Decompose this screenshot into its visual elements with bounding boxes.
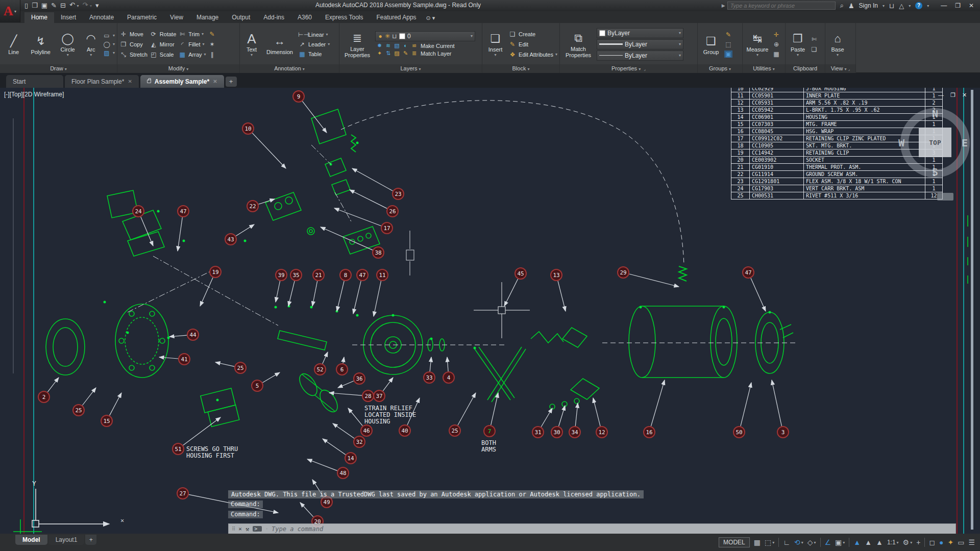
file-tab-assembly[interactable]: Assembly Sample*✕ (140, 75, 224, 88)
ungroup-button[interactable]: ✎ (724, 31, 732, 38)
hardware-accel-icon[interactable]: ✦ (947, 538, 953, 546)
measure-button[interactable]: ↹Measure▾ (745, 26, 770, 63)
trim-button[interactable]: ✄Trim▾ (178, 31, 206, 38)
file-tab-floor-plan[interactable]: Floor Plan Sample*✕ (65, 75, 139, 88)
minimize-button[interactable]: — (941, 2, 947, 9)
sign-in-caret-icon[interactable]: ▾ (883, 4, 885, 8)
plot-icon[interactable]: ⊟ (60, 1, 66, 11)
vp-restore-icon[interactable]: ❐ (950, 92, 955, 98)
explode-button[interactable]: ✶ (208, 41, 216, 48)
offset-button[interactable]: ∥ (208, 51, 216, 58)
layer-tools-icons[interactable]: ✹≋▧◐≌ ✦⇅▨✎≣ (375, 42, 419, 58)
a360-icon[interactable]: △ (899, 2, 904, 10)
copy-button[interactable]: ❐Copy (119, 41, 148, 48)
paste-button[interactable]: ❐Paste▾ (788, 26, 808, 63)
panel-label-layers[interactable]: Layers ▾ (339, 64, 482, 73)
command-customize-icon[interactable]: ⚒ (246, 525, 249, 533)
vp-close-icon[interactable]: ✕ (962, 92, 967, 98)
panel-label-groups[interactable]: Groups ▾ (698, 64, 742, 73)
ribbon-tab-home[interactable]: Home (24, 12, 54, 23)
autoscale-icon[interactable]: ▲ (865, 538, 872, 546)
dimension-button[interactable]: ↔Dimension (263, 26, 296, 63)
move-button[interactable]: ✛Move (119, 31, 148, 38)
scale-value[interactable]: 1:1▾ (887, 539, 899, 546)
fillet-button[interactable]: ◜Fillet▾ (178, 41, 206, 48)
customize-menu-icon[interactable]: ☰ (968, 538, 975, 546)
linear-button[interactable]: ⊢⊣Linear▾ (298, 31, 330, 38)
command-line-input[interactable]: ⠿ ✕ ⚒ >_ ▾ Type a command (228, 523, 956, 534)
a360-caret-icon[interactable]: ▾ (909, 4, 911, 8)
edit-block-button[interactable]: ✎Edit (508, 41, 557, 48)
snap-mode-icon[interactable]: ⬚▾ (765, 538, 774, 546)
redo-icon[interactable]: ↷ ▾ (82, 0, 92, 11)
recent-commands-caret-icon[interactable]: ▾ (265, 527, 268, 531)
panel-label-utilities[interactable]: Utilities ▾ (743, 64, 785, 73)
help-search-input[interactable] (727, 2, 836, 10)
polar-tracking-icon[interactable]: ⟲▾ (794, 538, 803, 546)
table-button[interactable]: ▦Table (298, 51, 330, 58)
restore-button[interactable]: ❐ (955, 2, 961, 9)
ellipse-button[interactable]: ◯▾ (103, 41, 115, 48)
circle-button[interactable]: ◯Circle▾ (56, 26, 79, 63)
make-current-button[interactable]: Make Current (421, 43, 455, 49)
ribbon-tab-parametric[interactable]: Parametric (120, 12, 163, 23)
isolate-objects-icon[interactable]: ◻ (929, 538, 935, 546)
panel-label-draw[interactable]: Draw ▾ (0, 64, 117, 73)
hatch-button[interactable]: ▨▾ (103, 49, 115, 57)
isometric-drafting-icon[interactable]: ◇▾ (807, 538, 816, 546)
command-close-icon[interactable]: ✕ (238, 525, 242, 532)
annotation-visibility-icon[interactable]: ▲ (853, 538, 861, 546)
ribbon-tab-manage[interactable]: Manage (190, 12, 225, 23)
save-as-icon[interactable]: ✎ (51, 1, 57, 11)
clean-screen-icon[interactable]: ▭ (958, 538, 964, 546)
app-store-cart-icon[interactable]: ⊔ (889, 2, 894, 10)
customization-icon[interactable]: + (916, 538, 920, 546)
base-button[interactable]: ⌂Base▾ (827, 26, 848, 63)
ribbon-tab-featured-apps[interactable]: Featured Apps (370, 12, 423, 23)
polyline-button[interactable]: ↯Polyline (27, 26, 54, 63)
object-snap-icon[interactable]: ▣▾ (835, 538, 845, 546)
help-caret-icon[interactable]: ▾ (927, 4, 929, 8)
ribbon-tab-add-ins[interactable]: Add-ins (257, 12, 291, 23)
leader-button[interactable]: ↗Leader▾ (298, 41, 330, 48)
cut-button[interactable]: ✄ (810, 36, 818, 43)
workspace-icon[interactable]: ⚙▾ (903, 538, 913, 546)
create-block-button[interactable]: ❑Create (508, 31, 557, 38)
viewport-controls-label[interactable]: [-][Top][2D Wireframe] (4, 91, 64, 98)
erase-button[interactable]: ✎ (208, 31, 216, 38)
copy-clip-button[interactable]: ❏ (810, 46, 818, 53)
arc-button[interactable]: ◠Arc▾ (81, 26, 101, 63)
ribbon-tab-a360[interactable]: A360 (291, 12, 318, 23)
model-space-button[interactable]: MODEL (719, 537, 750, 547)
open-file-icon[interactable]: ❒ (32, 1, 38, 11)
file-tab-start[interactable]: Start (6, 75, 63, 88)
object-color-select[interactable]: ByLayer▾ (597, 28, 683, 38)
group-selection-toggle[interactable]: ▣ (724, 51, 732, 58)
close-tab-icon[interactable]: ✕ (128, 79, 132, 84)
quick-calc-button[interactable]: ▦ (772, 51, 780, 58)
match-properties-button[interactable]: ⧉Match Properties (562, 26, 595, 63)
ortho-mode-icon[interactable]: ∟ (783, 538, 790, 546)
viewcube[interactable]: TOP N S W E (888, 98, 980, 192)
group-edit-button[interactable]: ⬚ (724, 41, 732, 48)
ribbon-tab-annotate[interactable]: Annotate (83, 12, 120, 23)
close-tab-icon[interactable]: ✕ (213, 79, 217, 84)
layer-properties-button[interactable]: ≣Layer Properties (341, 26, 373, 63)
save-icon[interactable]: ▣ (41, 1, 47, 11)
edit-attributes-button[interactable]: ❖Edit Attributes▾ (508, 51, 557, 58)
new-file-icon[interactable]: ▯ (24, 1, 28, 11)
ribbon-tab-insert[interactable]: Insert (54, 12, 83, 23)
application-menu-button[interactable]: A▾ (0, 0, 20, 22)
new-drawing-tab-button[interactable]: + (226, 77, 237, 87)
vp-minimize-icon[interactable]: — (938, 92, 944, 98)
panel-label-view[interactable]: View ▾ ⌟ (825, 64, 855, 73)
panel-label-modify[interactable]: Modify ▾ (117, 64, 239, 73)
id-point-button[interactable]: ⊕ (772, 41, 780, 48)
layer-select[interactable]: ● ✳ ⊔ 0 ▾ (375, 31, 475, 41)
grid-display-icon[interactable]: ▦ (754, 538, 761, 546)
annotation-scale-icon[interactable]: ▲ (876, 538, 883, 546)
rotate-button[interactable]: ⟳Rotate (150, 31, 176, 38)
new-layout-button[interactable]: + (85, 535, 96, 545)
line-button[interactable]: ╱Line (2, 26, 25, 63)
undo-icon[interactable]: ↶ ▾ (69, 0, 79, 11)
